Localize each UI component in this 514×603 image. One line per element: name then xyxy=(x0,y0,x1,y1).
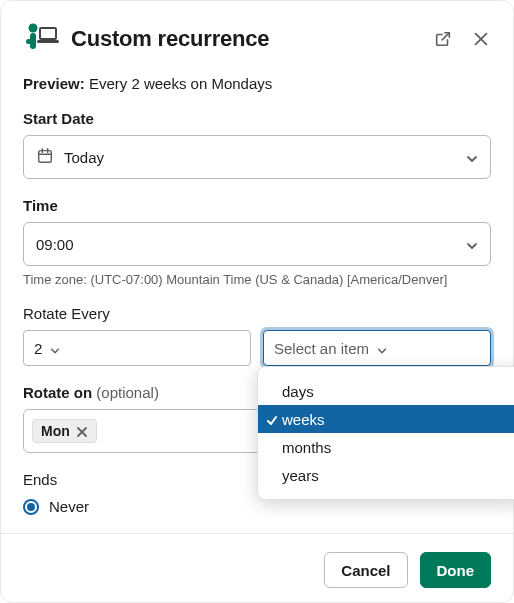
header-actions xyxy=(433,29,491,49)
custom-recurrence-modal: Custom recurrence Preview: Every 2 weeks… xyxy=(0,0,514,603)
preview-text: Every 2 weeks on Mondays xyxy=(89,75,272,92)
modal-footer: Cancel Done xyxy=(1,533,513,603)
svg-rect-6 xyxy=(39,150,52,162)
time-select[interactable]: 09:00 xyxy=(23,222,491,266)
app-icon xyxy=(23,21,59,57)
rotate-every-section: Rotate Every 2 Select an item xyxy=(23,305,491,366)
radio-never[interactable] xyxy=(23,499,39,515)
timezone-text: Time zone: (UTC-07:00) Mountain Time (US… xyxy=(23,272,491,287)
rotate-every-label: Rotate Every xyxy=(23,305,491,322)
rotate-unit-dropdown: days weeks months xyxy=(257,366,514,500)
preview-line: Preview: Every 2 weeks on Mondays xyxy=(23,75,491,92)
time-section: Time 09:00 Time zone: (UTC-07:00) Mounta… xyxy=(23,197,491,287)
start-date-label: Start Date xyxy=(23,110,491,127)
chip-remove-icon[interactable] xyxy=(76,425,88,437)
cancel-button[interactable]: Cancel xyxy=(324,552,407,588)
start-date-select[interactable]: Today xyxy=(23,135,491,179)
modal-header: Custom recurrence xyxy=(1,1,513,65)
svg-rect-2 xyxy=(26,39,36,44)
radio-dot xyxy=(27,503,35,511)
dropdown-item-years[interactable]: years xyxy=(258,461,514,489)
ends-never-label: Never xyxy=(49,498,89,515)
svg-rect-4 xyxy=(41,29,55,38)
svg-rect-5 xyxy=(37,40,59,43)
rotate-unit-select[interactable]: Select an item xyxy=(263,330,491,366)
chevron-down-icon xyxy=(466,238,478,250)
chip-mon: Mon xyxy=(32,419,97,443)
dropdown-item-months[interactable]: months xyxy=(258,433,514,461)
chevron-down-icon xyxy=(466,151,478,163)
chevron-down-icon xyxy=(377,342,389,354)
time-label: Time xyxy=(23,197,491,214)
done-button[interactable]: Done xyxy=(420,552,492,588)
rotate-unit-placeholder: Select an item xyxy=(274,340,369,357)
modal-content: Preview: Every 2 weeks on Mondays Start … xyxy=(1,65,513,533)
chip-label: Mon xyxy=(41,423,70,439)
start-date-section: Start Date Today xyxy=(23,110,491,179)
chevron-down-icon xyxy=(50,342,62,354)
time-value: 09:00 xyxy=(36,236,456,253)
ends-never-row: Never xyxy=(23,498,491,515)
preview-label: Preview: xyxy=(23,75,85,92)
popout-icon[interactable] xyxy=(433,29,453,49)
dropdown-item-days[interactable]: days xyxy=(258,377,514,405)
modal-title: Custom recurrence xyxy=(71,26,421,52)
svg-point-0 xyxy=(29,24,38,33)
dropdown-item-weeks[interactable]: weeks xyxy=(258,405,514,433)
calendar-icon xyxy=(36,147,54,168)
start-date-value: Today xyxy=(64,149,456,166)
rotate-count-value: 2 xyxy=(34,340,42,357)
rotate-count-select[interactable]: 2 xyxy=(23,330,251,366)
check-icon xyxy=(266,413,278,425)
close-icon[interactable] xyxy=(471,29,491,49)
